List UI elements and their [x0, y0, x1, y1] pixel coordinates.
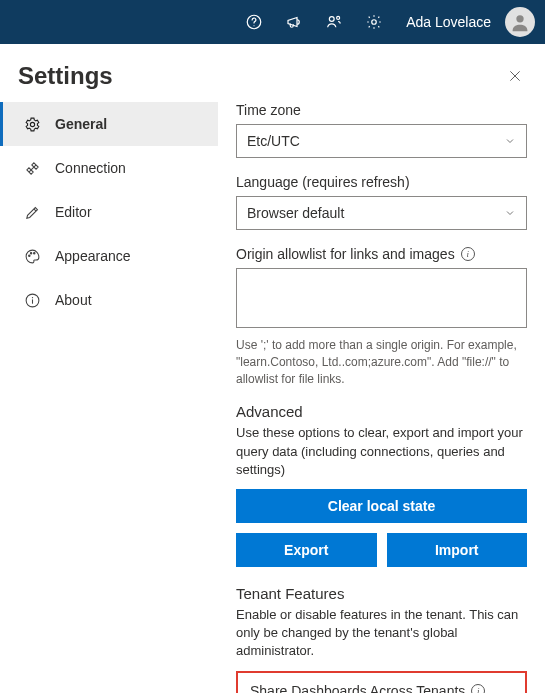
- pencil-icon: [23, 203, 41, 221]
- tenant-share-highlight: Share Dashboards Across Tenants i: [236, 671, 527, 693]
- sidebar-item-general[interactable]: General: [0, 102, 218, 146]
- origin-field: Origin allowlist for links and images i …: [236, 246, 527, 387]
- info-icon[interactable]: i: [461, 247, 475, 261]
- chevron-down-icon: [504, 207, 516, 219]
- info-icon[interactable]: i: [471, 684, 485, 693]
- clear-local-state-button[interactable]: Clear local state: [236, 489, 527, 523]
- sidebar-item-label: Appearance: [55, 248, 131, 264]
- sidebar-item-editor[interactable]: Editor: [0, 190, 218, 234]
- timezone-value: Etc/UTC: [247, 133, 300, 149]
- language-select[interactable]: Browser default: [236, 196, 527, 230]
- timezone-field: Time zone Etc/UTC: [236, 102, 527, 158]
- tenant-desc: Enable or disable features in the tenant…: [236, 606, 527, 661]
- settings-sidebar: General Connection Editor Appearance Abo…: [0, 102, 218, 693]
- chevron-down-icon: [504, 135, 516, 147]
- close-icon[interactable]: [503, 64, 527, 88]
- connection-icon: [23, 159, 41, 177]
- svg-point-7: [28, 255, 29, 256]
- origin-textarea[interactable]: [236, 268, 527, 328]
- help-icon[interactable]: [238, 6, 270, 38]
- language-label: Language (requires refresh): [236, 174, 527, 190]
- origin-helper: Use ';' to add more than a single origin…: [236, 337, 527, 387]
- sidebar-item-connection[interactable]: Connection: [0, 146, 218, 190]
- svg-point-3: [337, 16, 340, 19]
- svg-point-9: [33, 252, 34, 253]
- sidebar-item-label: Editor: [55, 204, 92, 220]
- sidebar-item-label: General: [55, 116, 107, 132]
- share-dashboards-label: Share Dashboards Across Tenants i: [250, 683, 513, 693]
- palette-icon: [23, 247, 41, 265]
- feedback-icon[interactable]: [318, 6, 350, 38]
- svg-point-11: [31, 297, 32, 298]
- import-button[interactable]: Import: [387, 533, 528, 567]
- tenant-title: Tenant Features: [236, 585, 527, 602]
- info-icon: [23, 291, 41, 309]
- sidebar-item-label: Connection: [55, 160, 126, 176]
- svg-point-2: [330, 17, 335, 22]
- page-title: Settings: [18, 62, 113, 90]
- advanced-title: Advanced: [236, 403, 527, 420]
- timezone-select[interactable]: Etc/UTC: [236, 124, 527, 158]
- username-label: Ada Lovelace: [406, 14, 491, 30]
- svg-point-8: [30, 252, 31, 253]
- settings-gear-icon[interactable]: [358, 6, 390, 38]
- language-field: Language (requires refresh) Browser defa…: [236, 174, 527, 230]
- gear-icon: [23, 115, 41, 133]
- announcement-icon[interactable]: [278, 6, 310, 38]
- settings-content: Time zone Etc/UTC Language (requires ref…: [218, 102, 545, 693]
- svg-point-6: [30, 122, 34, 126]
- avatar[interactable]: [505, 7, 535, 37]
- timezone-label: Time zone: [236, 102, 527, 118]
- sidebar-item-appearance[interactable]: Appearance: [0, 234, 218, 278]
- svg-point-1: [254, 25, 255, 26]
- sidebar-item-label: About: [55, 292, 92, 308]
- advanced-desc: Use these options to clear, export and i…: [236, 424, 527, 479]
- svg-point-4: [372, 20, 377, 25]
- top-bar: Ada Lovelace: [0, 0, 545, 44]
- sidebar-item-about[interactable]: About: [0, 278, 218, 322]
- language-value: Browser default: [247, 205, 344, 221]
- origin-label: Origin allowlist for links and images i: [236, 246, 527, 262]
- panel-header: Settings: [0, 44, 545, 102]
- export-button[interactable]: Export: [236, 533, 377, 567]
- svg-point-5: [516, 15, 523, 22]
